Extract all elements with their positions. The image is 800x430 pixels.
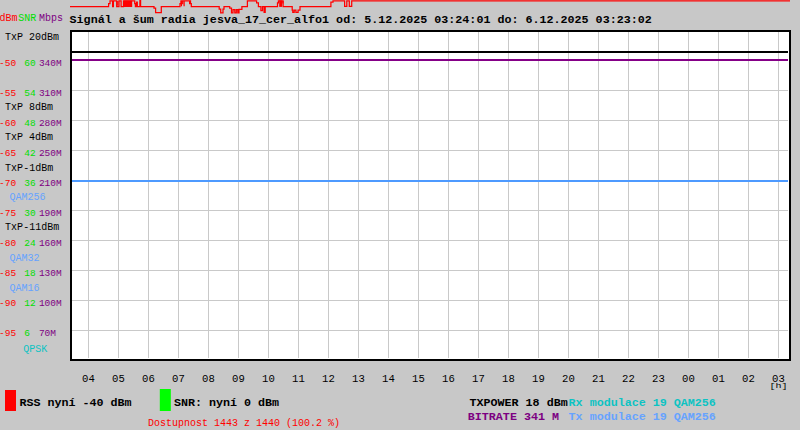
svg-text:00: 00 — [682, 373, 695, 385]
svg-text:[h]: [h] — [769, 383, 787, 391]
svg-text:-90: -90 — [0, 298, 16, 309]
svg-text:TxP: TxP — [5, 163, 23, 174]
svg-text:-70: -70 — [0, 178, 16, 189]
svg-text:-95: -95 — [0, 328, 16, 339]
svg-text:22: 22 — [622, 373, 635, 385]
svg-text:23: 23 — [652, 373, 665, 385]
svg-text:-80: -80 — [0, 238, 16, 249]
svg-text:-60: -60 — [0, 118, 16, 129]
svg-text:-75: -75 — [0, 208, 16, 219]
svg-text:13: 13 — [352, 373, 365, 385]
svg-text:Rx modulace 19 QAM256: Rx modulace 19 QAM256 — [569, 396, 716, 410]
svg-text:20: 20 — [562, 373, 575, 385]
svg-text:130M: 130M — [39, 268, 62, 279]
svg-text:12: 12 — [24, 298, 36, 309]
svg-text:14: 14 — [382, 373, 395, 385]
svg-text:Tx modulace 19 QAM256: Tx modulace 19 QAM256 — [569, 410, 716, 424]
svg-text:16: 16 — [442, 373, 455, 385]
svg-text:12: 12 — [322, 373, 335, 385]
svg-text:SNR: SNR — [18, 13, 36, 24]
svg-text:SNR: nyní 0 dBm: SNR: nyní 0 dBm — [174, 396, 279, 410]
svg-text:09: 09 — [232, 373, 245, 385]
svg-text:-1dBm: -1dBm — [23, 163, 53, 174]
svg-text:QAM256: QAM256 — [9, 192, 45, 203]
svg-text:TxP 8dBm: TxP 8dBm — [5, 102, 53, 113]
svg-text:30: 30 — [24, 208, 36, 219]
svg-text:RSS nyní -40 dBm: RSS nyní -40 dBm — [19, 396, 131, 410]
svg-text:340M: 340M — [39, 58, 62, 69]
svg-text:QPSK: QPSK — [23, 344, 47, 355]
svg-text:36: 36 — [24, 178, 36, 189]
svg-text:Dostupnost 1443 z 1440 (100.2: Dostupnost 1443 z 1440 (100.2 %) — [148, 418, 340, 429]
svg-text:160M: 160M — [39, 238, 62, 249]
svg-text:QAM32: QAM32 — [9, 253, 39, 264]
svg-text:250M: 250M — [39, 148, 62, 159]
svg-text:19: 19 — [532, 373, 545, 385]
svg-text:60: 60 — [24, 58, 36, 69]
svg-text:6: 6 — [24, 328, 30, 339]
svg-text:TxP 4dBm: TxP 4dBm — [5, 132, 53, 143]
svg-text:07: 07 — [172, 373, 185, 385]
svg-text:210M: 210M — [39, 178, 62, 189]
svg-text:21: 21 — [592, 373, 605, 385]
svg-text:02: 02 — [742, 373, 755, 385]
svg-text:18: 18 — [24, 268, 36, 279]
svg-text:280M: 280M — [39, 118, 62, 129]
svg-text:17: 17 — [472, 373, 485, 385]
svg-text:42: 42 — [24, 148, 36, 159]
svg-text:Signál a šum radia jesva_17_ce: Signál a šum radia jesva_17_cer_alfo1 od… — [70, 13, 652, 27]
svg-text:BITRATE 341 M: BITRATE 341 M — [468, 410, 559, 424]
svg-text:-11dBm: -11dBm — [23, 222, 59, 233]
svg-text:70M: 70M — [39, 328, 56, 339]
svg-text:TxP: TxP — [5, 222, 23, 233]
svg-text:15: 15 — [412, 373, 425, 385]
svg-text:QAM16: QAM16 — [9, 283, 39, 294]
svg-text:TxP 20dBm: TxP 20dBm — [5, 32, 59, 43]
svg-text:11: 11 — [292, 373, 305, 385]
svg-text:dBm: dBm — [0, 13, 18, 24]
svg-text:-85: -85 — [0, 268, 16, 279]
svg-text:06: 06 — [142, 373, 155, 385]
svg-text:Mbps: Mbps — [39, 13, 63, 24]
svg-text:24: 24 — [24, 238, 36, 249]
svg-text:08: 08 — [202, 373, 215, 385]
svg-text:10: 10 — [262, 373, 275, 385]
svg-text:100M: 100M — [39, 298, 62, 309]
svg-text:18: 18 — [502, 373, 515, 385]
svg-text:54: 54 — [24, 88, 36, 99]
svg-text:TXPOWER 18 dBm: TXPOWER 18 dBm — [470, 396, 568, 410]
svg-text:48: 48 — [24, 118, 36, 129]
svg-text:05: 05 — [112, 373, 125, 385]
svg-text:-65: -65 — [0, 148, 16, 159]
svg-text:-50: -50 — [0, 58, 16, 69]
svg-text:-55: -55 — [0, 88, 16, 99]
svg-text:04: 04 — [82, 373, 95, 385]
svg-text:190M: 190M — [39, 208, 62, 219]
svg-text:01: 01 — [712, 373, 725, 385]
svg-text:310M: 310M — [39, 88, 62, 99]
